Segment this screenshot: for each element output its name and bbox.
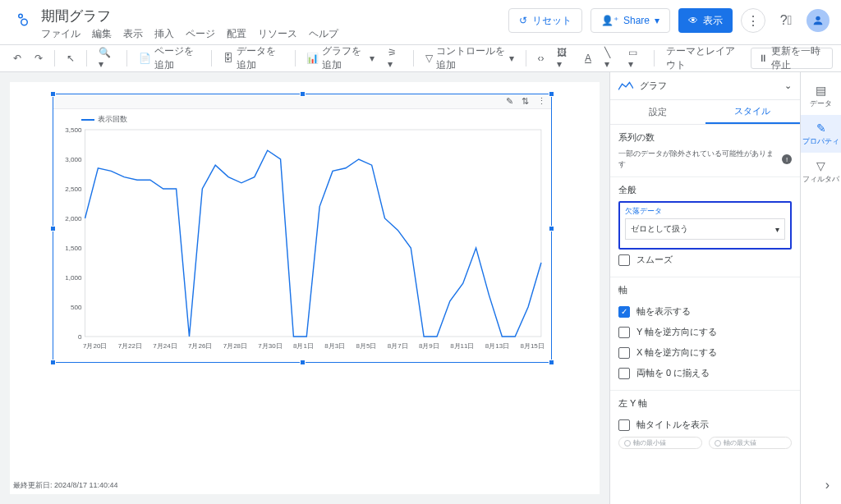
filter-icon: ▽ — [425, 53, 433, 64]
more-options-button[interactable]: ⋮ — [741, 8, 765, 33]
help-button[interactable]: ?⃝ — [774, 8, 798, 33]
tab-style[interactable]: スタイル — [705, 100, 801, 124]
share-button[interactable]: 👤⁺Share▾ — [591, 8, 670, 33]
svg-text:1,500: 1,500 — [65, 245, 82, 252]
tab-settings[interactable]: 設定 — [610, 100, 705, 124]
align-zero-checkbox[interactable]: 両軸を 0 に揃える — [618, 363, 792, 383]
missing-data-select[interactable]: ゼロとして扱う ▾ — [625, 218, 785, 240]
missing-data-label: 欠落データ — [625, 206, 785, 217]
rail-filter[interactable]: ▽ フィルタバ — [801, 153, 841, 190]
svg-text:2,000: 2,000 — [65, 215, 82, 222]
user-avatar[interactable] — [807, 9, 830, 32]
data-rail-icon: ▤ — [816, 84, 826, 97]
data-icon: 🗄 — [223, 53, 233, 64]
section-left-y: 左 Y 軸 — [618, 397, 792, 410]
select-tool[interactable]: ↖ — [62, 48, 80, 69]
menu-help[interactable]: ヘルプ — [309, 27, 338, 41]
rail-data[interactable]: ▤ データ — [801, 77, 841, 115]
menu-bar: ファイル 編集 表示 挿入 ページ 配置 リソース ヘルプ — [41, 27, 508, 41]
svg-rect-11 — [85, 130, 541, 337]
panel-title: グラフ — [640, 80, 778, 92]
missing-data-highlight: 欠落データ ゼロとして扱う ▾ — [618, 201, 792, 250]
app-bar: 期間グラフ ファイル 編集 表示 挿入 ページ 配置 リソース ヘルプ ↺リセッ… — [0, 0, 841, 44]
line-chart-icon — [618, 80, 633, 92]
menu-insert[interactable]: 挿入 — [154, 27, 174, 41]
settings-icon[interactable]: ⇅ — [522, 96, 529, 107]
menu-view[interactable]: 表示 — [123, 27, 143, 41]
chart-component[interactable]: ✎ ⇅ ⋮ 表示回数 05001,0001,5002,0002,5003,000… — [53, 94, 552, 363]
add-control-button[interactable]: ▽コントロールを追加 ▾ — [420, 48, 519, 69]
funnel-icon: ▽ — [816, 159, 825, 172]
redo-button[interactable]: ↷ — [30, 48, 48, 69]
smooth-checkbox[interactable]: スムーズ — [618, 250, 792, 270]
edit-icon[interactable]: ✎ — [506, 96, 513, 107]
chart-plot: 05001,0001,5002,0002,5003,0003,500 — [60, 126, 545, 340]
chevron-down-icon: ▾ — [655, 15, 659, 26]
pencil-icon: ✎ — [816, 121, 826, 135]
text-button[interactable]: A — [580, 48, 596, 69]
reset-button[interactable]: ↺リセット — [508, 8, 582, 33]
last-update-text: 最終更新日: 2024/8/17 11:40:44 — [13, 480, 118, 491]
theme-layout-button[interactable]: テーマとレイアウト — [661, 48, 744, 69]
page-plus-icon: 📄 — [139, 53, 151, 64]
svg-text:0: 0 — [78, 333, 82, 340]
canvas[interactable]: ✎ ⇅ ⋮ 表示回数 05001,0001,5002,0002,5003,000… — [0, 72, 609, 504]
add-page-button[interactable]: 📄ページを追加 — [134, 48, 205, 69]
pause-icon: ⏸ — [758, 53, 768, 64]
chart-legend: 表示回数 — [60, 112, 545, 125]
document-title[interactable]: 期間グラフ — [41, 7, 508, 25]
chart-icon: 📊 — [306, 53, 319, 64]
community-viz-button[interactable]: ⚞ ▾ — [383, 48, 407, 69]
svg-text:500: 500 — [71, 304, 82, 311]
show-axis-checkbox[interactable]: ✓軸を表示する — [618, 301, 792, 322]
add-data-button[interactable]: 🗄データを追加 — [218, 48, 287, 69]
rail-properties[interactable]: ✎ プロパティ — [801, 115, 841, 153]
svg-text:2,500: 2,500 — [65, 186, 82, 193]
svg-point-1 — [21, 19, 28, 25]
menu-resource[interactable]: リソース — [258, 27, 297, 41]
zoom-tool[interactable]: 🔍 ▾ — [94, 48, 120, 69]
svg-text:3,000: 3,000 — [65, 156, 82, 163]
reverse-y-checkbox[interactable]: Y 軸を逆方向にする — [618, 322, 792, 342]
menu-arrange[interactable]: 配置 — [227, 27, 246, 41]
pause-refresh-button[interactable]: ⏸更新を一時停止 — [751, 48, 833, 69]
menu-page[interactable]: ページ — [186, 27, 215, 41]
line-button[interactable]: ╲ ▾ — [600, 48, 620, 69]
show-axis-title-checkbox[interactable]: 軸タイトルを表示 — [618, 415, 792, 435]
reverse-x-checkbox[interactable]: X 軸を逆方向にする — [618, 342, 792, 363]
embed-button[interactable]: ‹› — [532, 48, 549, 69]
toolbar: ↶ ↷ ↖ 🔍 ▾ 📄ページを追加 🗄データを追加 📊グラフを追加 ▾ ⚞ ▾ … — [0, 44, 841, 72]
chart-more-icon[interactable]: ⋮ — [537, 96, 546, 107]
properties-panel: グラフ ⌄ 設定 スタイル 系列の数 一部のデータが除外されている可能性がありま… — [609, 72, 800, 504]
shape-button[interactable]: ▭ ▾ — [623, 48, 647, 69]
svg-point-0 — [19, 14, 23, 18]
chevron-down-icon[interactable]: ⌄ — [784, 80, 792, 91]
eye-icon: 👁 — [688, 15, 698, 26]
section-axis: 軸 — [618, 284, 792, 296]
menu-file[interactable]: ファイル — [41, 27, 80, 41]
section-general: 全般 — [618, 184, 792, 196]
image-button[interactable]: 🖼 ▾ — [552, 48, 577, 69]
view-button[interactable]: 👁表示 — [678, 8, 733, 33]
looker-logo-icon — [11, 8, 34, 31]
svg-point-2 — [816, 16, 820, 21]
info-icon[interactable]: ! — [782, 154, 792, 164]
undo-button[interactable]: ↶ — [8, 48, 26, 69]
right-rail: ▤ データ ✎ プロパティ ▽ フィルタバ › — [800, 72, 841, 504]
section-series-count: 系列の数 — [618, 131, 792, 144]
svg-text:3,500: 3,500 — [65, 126, 82, 134]
dropdown-arrow-icon: ▾ — [775, 225, 779, 234]
menu-edit[interactable]: 編集 — [92, 27, 112, 41]
svg-text:1,000: 1,000 — [65, 274, 82, 282]
add-chart-button[interactable]: 📊グラフを追加 ▾ — [301, 48, 379, 69]
expand-rail-icon[interactable]: › — [825, 478, 830, 493]
